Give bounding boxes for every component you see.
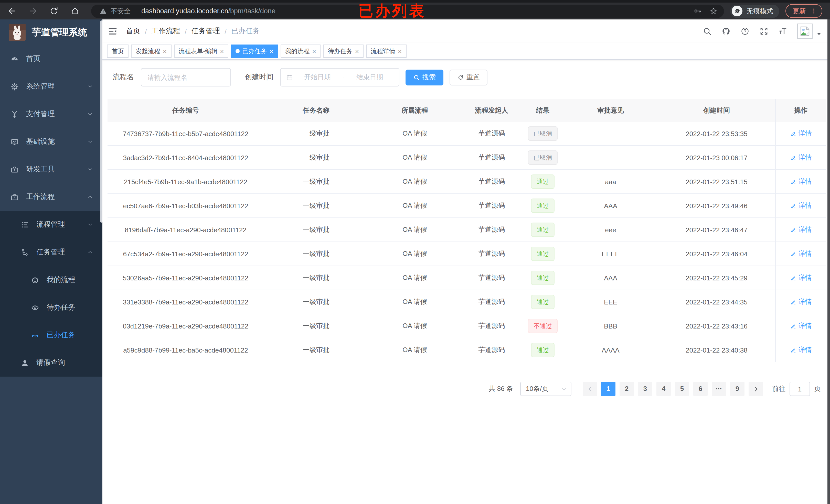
cell-process: OA 请假 [369,242,461,266]
start-date-placeholder[interactable]: 开始日期 [293,73,342,82]
tab-item[interactable]: 首页 [107,44,129,58]
app-logo[interactable]: 芋道管理系统 [0,20,102,45]
process-name-input[interactable] [141,68,231,87]
sidebar-item[interactable]: 任务管理 [0,238,102,266]
sidebar-item[interactable]: 请假查询 [0,349,102,377]
cell-create-time: 2022-01-22 23:53:35 [658,122,775,145]
sidebar-item[interactable]: 首页 [0,45,102,73]
question-icon[interactable] [740,27,749,36]
page-scrollbar[interactable] [827,20,830,504]
result-badge: 通过 [531,271,554,285]
search-icon[interactable] [703,27,712,36]
goto-page-input[interactable] [790,382,810,396]
home-icon[interactable] [70,6,80,16]
cell-process: OA 请假 [369,146,461,169]
font-size-icon[interactable] [778,27,788,36]
detail-link[interactable]: 详情 [790,297,812,306]
breadcrumb-item[interactable]: 首页 [126,27,140,36]
update-button[interactable]: 更新 [786,4,822,18]
reload-icon[interactable] [49,6,59,16]
tab-item[interactable]: 流程表单-编辑× [174,44,228,58]
avatar[interactable] [797,24,812,39]
sidebar-item[interactable]: 研发工具 [0,156,102,183]
sidebar-item[interactable]: 系统管理 [0,73,102,100]
page-button[interactable]: 9 [730,382,744,396]
sidebar-item-label: 系统管理 [26,82,55,91]
forward-icon[interactable] [28,6,38,16]
page-button[interactable]: 3 [638,382,652,396]
edit-icon [790,154,796,161]
detail-link[interactable]: 详情 [790,177,812,186]
browser-menu-icon[interactable] [810,7,817,15]
tab-item[interactable]: 发起流程× [131,44,171,58]
sidebar-item[interactable]: 支付管理 [0,100,102,128]
key-icon[interactable] [693,7,702,15]
cell-action: 详情 [775,194,826,217]
cell-create-time: 2022-01-22 23:45:29 [658,266,775,290]
tab-item[interactable]: 流程详情× [366,44,406,58]
detail-link[interactable]: 详情 [790,225,812,234]
detail-link[interactable]: 详情 [790,153,812,162]
breadcrumb-item[interactable]: 工作流程 [152,27,180,36]
close-icon[interactable]: × [355,48,359,55]
tab-item[interactable]: 待办任务× [323,44,363,58]
cell-task-name: 一级审批 [264,338,369,362]
close-icon[interactable]: × [163,48,167,55]
page-button[interactable]: 1 [601,382,615,396]
search-button[interactable]: 搜索 [406,69,443,85]
pager-more-button[interactable]: ••• [712,382,726,396]
sidebar-item[interactable]: 流程管理 [0,211,102,238]
reset-button[interactable]: 重置 [450,69,487,85]
table-row: 8196daff-7b9a-11ec-a290-acde48001122一级审批… [107,218,826,242]
cell-task-id: 331e3388-7b9a-11ec-a290-acde48001122 [107,290,264,314]
cell-result: 通过 [522,290,563,314]
sidebar-toggle-icon[interactable] [107,26,118,36]
page-button[interactable]: 5 [675,382,689,396]
result-badge: 通过 [531,247,554,261]
star-icon[interactable] [709,7,718,15]
caret-down-icon[interactable] [816,31,822,37]
page-button[interactable]: 2 [619,382,634,396]
tab-label: 已办任务 [242,47,267,56]
page-size-select[interactable]: 10条/页 [520,382,571,396]
logo-rabbit-image [9,24,26,41]
sidebar-item[interactable]: 我的流程 [0,266,102,294]
breadcrumb-item[interactable]: 任务管理 [191,27,220,36]
sidebar-item[interactable]: 待办任务 [0,294,102,321]
close-icon[interactable]: × [312,48,316,55]
table-row: 53026aa5-7b9a-11ec-a290-acde48001122一级审批… [107,266,826,290]
detail-label: 详情 [799,201,812,210]
detail-link[interactable]: 详情 [790,321,812,331]
cell-action: 详情 [775,338,826,362]
close-icon[interactable]: × [398,48,402,55]
prev-page-button[interactable] [583,382,597,396]
incognito-icon [732,6,742,16]
fullscreen-icon[interactable] [759,27,769,36]
create-time-range-picker[interactable]: 开始日期 - 结束日期 [280,68,400,87]
detail-link[interactable]: 详情 [790,345,812,355]
sidebar-scrollbar[interactable] [100,21,102,223]
tab-item[interactable]: 已办任务× [231,44,278,58]
back-icon[interactable] [7,6,17,16]
cell-task-id: a59c9d88-7b99-11ec-ba5c-acde48001122 [107,338,264,362]
page-button[interactable]: 6 [693,382,708,396]
detail-link[interactable]: 详情 [790,273,812,282]
tab-item[interactable]: 我的流程× [281,44,321,58]
edit-icon [790,250,796,257]
security-label: 不安全 [110,6,131,15]
next-page-button[interactable] [748,382,763,396]
end-date-placeholder[interactable]: 结束日期 [346,73,394,82]
sidebar-item[interactable]: 工作流程 [0,183,102,211]
page-button[interactable]: 4 [657,382,671,396]
detail-label: 详情 [799,153,812,162]
incognito-badge: 无痕模式 [730,4,779,18]
detail-link[interactable]: 详情 [790,249,812,258]
github-icon[interactable] [722,27,731,36]
close-icon[interactable]: × [220,48,224,55]
detail-link[interactable]: 详情 [790,129,812,138]
table-row: 74736737-7b9b-11ec-b5b7-acde48001122一级审批… [107,122,826,146]
sidebar-item[interactable]: 已办任务 [0,321,102,349]
detail-link[interactable]: 详情 [790,201,812,210]
sidebar-item[interactable]: 基础设施 [0,128,102,156]
close-icon[interactable]: × [269,48,273,55]
